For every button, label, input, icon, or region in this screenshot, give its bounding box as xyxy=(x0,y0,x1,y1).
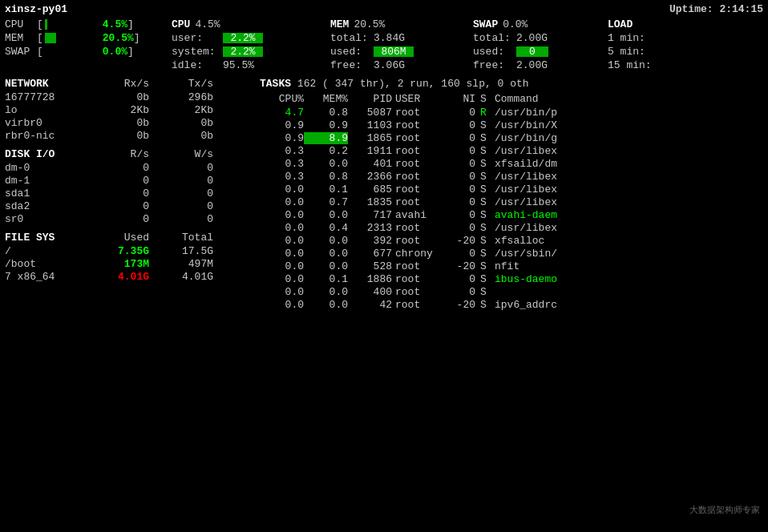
fs-used: 173M xyxy=(85,258,149,270)
proc-user: root xyxy=(395,299,451,311)
proc-row[interactable]: 0.3 0.0 401 root 0 S xfsaild/dm xyxy=(260,158,763,170)
network-row: 16777728 0b 296b xyxy=(5,91,253,103)
disk-r-header: R/s xyxy=(85,148,149,160)
filesys-total-header: Total xyxy=(149,232,213,244)
net-rx: 0b xyxy=(85,91,149,103)
proc-pid: 528 xyxy=(348,260,392,272)
proc-cpu: 0.0 xyxy=(260,235,304,247)
proc-row[interactable]: 0.3 0.8 2366 root 0 S /usr/libex xyxy=(260,171,763,183)
proc-row[interactable]: 4.7 0.8 5087 root 0 R /usr/bin/p xyxy=(260,107,763,119)
proc-ni: 0 xyxy=(451,209,475,221)
proc-cmd: /usr/libex xyxy=(495,145,763,157)
proc-ni: -20 xyxy=(451,260,475,272)
proc-mem: 0.8 xyxy=(304,171,348,183)
proc-cmd: /usr/bin/X xyxy=(495,119,763,131)
proc-ni: 0 xyxy=(451,171,475,183)
uptime: Uptime: 2:14:15 xyxy=(669,3,763,15)
proc-pid: 392 xyxy=(348,235,392,247)
proc-row[interactable]: 0.3 0.2 1911 root 0 S /usr/libex xyxy=(260,145,763,157)
proc-row[interactable]: 0.9 0.9 1103 root 0 S /usr/bin/X xyxy=(260,119,763,131)
proc-header: CPU% MEM% PID USER NI S Command xyxy=(260,93,763,105)
proc-row[interactable]: 0.0 0.4 2313 root 0 S /usr/libex xyxy=(260,222,763,234)
proc-pid: 685 xyxy=(348,183,392,195)
tasks-total: 162 xyxy=(297,78,316,90)
swap-meter-value: 0.0% xyxy=(103,46,127,58)
disk-r: 0 xyxy=(85,200,149,212)
proc-ni: -20 xyxy=(451,299,475,311)
disk-w: 0 xyxy=(149,175,213,187)
proc-user: root xyxy=(395,222,451,234)
proc-cpu: 0.0 xyxy=(260,273,304,285)
proc-cmd: ibus-daemo xyxy=(495,273,763,285)
proc-pid: 42 xyxy=(348,299,392,311)
hostname: xinsz-py01 xyxy=(5,3,67,15)
load-15min: 15 min: xyxy=(608,59,763,71)
meter-col-left: CPU [ 4.5% ] MEM [ 20.5% ] SWAP [ xyxy=(5,18,165,73)
proc-pid: 2366 xyxy=(348,171,392,183)
proc-s: S xyxy=(475,196,491,208)
proc-mem: 0.0 xyxy=(304,248,348,260)
disk-row: dm-1 0 0 xyxy=(5,175,253,187)
disk-w: 0 xyxy=(149,162,213,174)
proc-cmd: /usr/libex xyxy=(495,196,763,208)
fs-mount: / xyxy=(5,245,85,257)
proc-mem: 0.1 xyxy=(304,183,348,195)
network-tx-header: Tx/s xyxy=(149,78,213,90)
meters-area: CPU [ 4.5% ] MEM [ 20.5% ] SWAP [ xyxy=(5,18,763,73)
proc-ni: 0 xyxy=(451,158,475,170)
proc-user: chrony xyxy=(395,248,451,260)
proc-cpu: 0.0 xyxy=(260,286,304,298)
proc-row[interactable]: 0.9 8.9 1865 root 0 S /usr/bin/g xyxy=(260,132,763,144)
disk-r: 0 xyxy=(85,213,149,225)
proc-user: avahi xyxy=(395,209,451,221)
proc-ni: 0 xyxy=(451,273,475,285)
proc-row[interactable]: 0.0 0.1 685 root 0 S /usr/libex xyxy=(260,183,763,195)
proc-ni: 0 xyxy=(451,286,475,298)
net-rx: 0b xyxy=(85,117,149,129)
proc-row[interactable]: 0.0 0.0 528 root -20 S nfit xyxy=(260,260,763,272)
proc-pid: 1835 xyxy=(348,196,392,208)
tasks-label: TASKS xyxy=(260,78,291,90)
proc-cpu: 0.0 xyxy=(260,222,304,234)
proc-s: S xyxy=(475,209,491,221)
disk-r: 0 xyxy=(85,162,149,174)
proc-row[interactable]: 0.0 0.0 717 avahi 0 S avahi-daem xyxy=(260,209,763,221)
net-tx: 296b xyxy=(149,91,213,103)
network-rows: 16777728 0b 296b lo 2Kb 2Kb virbr0 0b 0b… xyxy=(5,91,253,142)
proc-cpu: 0.0 xyxy=(260,183,304,195)
proc-cmd: /usr/libex xyxy=(495,222,763,234)
tasks-threads: 347 xyxy=(335,78,354,90)
proc-user: root xyxy=(395,107,451,119)
proc-row[interactable]: 0.0 0.7 1835 root 0 S /usr/libex xyxy=(260,196,763,208)
proc-cmd: /usr/bin/g xyxy=(495,132,763,144)
disk-dev: sda1 xyxy=(5,187,85,200)
proc-user: root xyxy=(395,260,451,272)
proc-s: S xyxy=(475,235,491,247)
proc-cmd: /usr/libex xyxy=(495,171,763,183)
proc-row[interactable]: 0.0 0.0 677 chrony 0 S /usr/sbin/ xyxy=(260,248,763,260)
proc-cmd: avahi-daem xyxy=(495,209,763,221)
network-section: NETWORK Rx/s Tx/s 16777728 0b 296b lo 2K… xyxy=(5,78,253,142)
network-rx-header: Rx/s xyxy=(85,78,149,90)
proc-row[interactable]: 0.0 0.0 400 root 0 S xyxy=(260,286,763,298)
proc-pid: 2313 xyxy=(348,222,392,234)
proc-row[interactable]: 0.0 0.0 392 root -20 S xfsalloc xyxy=(260,235,763,247)
proc-cmd: xfsaild/dm xyxy=(495,158,763,170)
proc-row[interactable]: 0.0 0.1 1886 root 0 S ibus-daemo xyxy=(260,273,763,285)
proc-cpu: 0.0 xyxy=(260,299,304,311)
proc-rows: 4.7 0.8 5087 root 0 R /usr/bin/p 0.9 0.9… xyxy=(260,107,763,311)
proc-user: root xyxy=(395,158,451,170)
proc-row[interactable]: 0.0 0.0 42 root -20 S ipv6_addrc xyxy=(260,299,763,311)
tasks-running: 2 xyxy=(398,78,404,90)
net-tx: 2Kb xyxy=(149,104,213,116)
proc-s: S xyxy=(475,158,491,170)
proc-ni: 0 xyxy=(451,119,475,131)
proc-s: S xyxy=(475,273,491,285)
swap-meter-row: SWAP [ 0.0% ] xyxy=(5,46,165,58)
disk-dev: sda2 xyxy=(5,200,85,212)
proc-mem: 0.7 xyxy=(304,196,348,208)
tasks-sleeping: 160 xyxy=(441,78,459,90)
proc-cpu: 0.0 xyxy=(260,196,304,208)
proc-s: S xyxy=(475,132,491,144)
proc-pid: 1865 xyxy=(348,132,392,144)
